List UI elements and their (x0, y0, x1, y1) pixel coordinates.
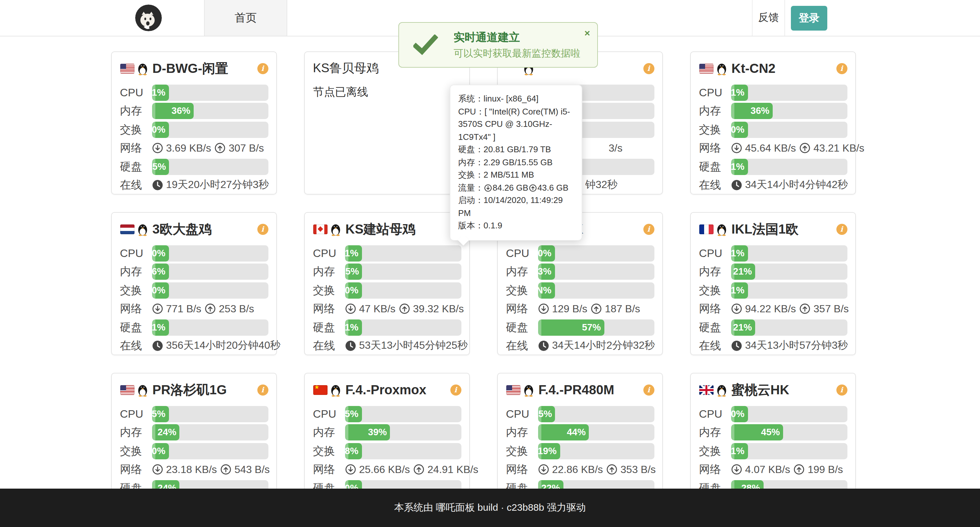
swap-bar-fill: 0% (345, 283, 362, 299)
arrow-circle-down-icon (152, 142, 163, 153)
cpu-value: 5% (152, 406, 165, 422)
info-icon[interactable]: i (257, 63, 268, 74)
memory-value: 36% (172, 103, 191, 120)
network-label: 网络 (313, 462, 345, 477)
tab-home[interactable]: 首页 (204, 0, 287, 36)
arrow-circle-up-icon (606, 464, 617, 475)
info-icon[interactable]: i (643, 63, 654, 74)
server-name: Kt-CN2 (732, 61, 776, 76)
disk-value: 11% (731, 158, 745, 175)
cpu-bar: 15% (538, 406, 654, 422)
swap-bar: 0% (152, 283, 268, 299)
memory-bar: 44% (538, 425, 654, 441)
memory-bar: 45% (731, 425, 847, 441)
cpu-value: 0% (731, 406, 745, 422)
swap-row: 交换 N% (506, 283, 654, 299)
memory-row: 内存 6% (120, 264, 268, 280)
network-row: 网络 25.66 KB/s24.91 KB/s (313, 461, 461, 477)
info-icon[interactable]: i (836, 224, 847, 235)
uptime-value: 356天14小时20分钟40秒 (166, 339, 280, 353)
disk-row: 硬盘 1% (313, 319, 461, 335)
swap-row: 交换 8% (313, 443, 461, 459)
info-icon[interactable]: i (643, 384, 654, 395)
memory-bar: 36% (152, 103, 268, 120)
memory-bar: 21% (731, 264, 847, 280)
memory-value: 15% (345, 264, 359, 280)
memory-bar: 36% (731, 103, 847, 120)
memory-bar: 3% (538, 264, 654, 280)
uptime-label: 在线 (506, 338, 538, 353)
swap-bar: 0% (345, 283, 461, 299)
info-icon[interactable]: i (643, 224, 654, 235)
memory-label: 内存 (506, 265, 538, 279)
cpu-row: CPU 0% (120, 245, 268, 262)
server-name: F.4.-Proxmox (345, 382, 426, 397)
memory-row: 内存 45% (699, 425, 847, 441)
disk-row: 硬盘 15% (120, 158, 268, 175)
network-value-fragment: 3/s (609, 142, 622, 154)
server-card: 3欧大盘鸡 i CPU 0% 内存 6% 交换 0% 网络 77 (111, 212, 277, 355)
disk-bar: 11% (731, 158, 847, 175)
memory-label: 内存 (699, 265, 731, 279)
swap-row: 交换 1% (699, 443, 847, 459)
swap-label: 交换 (699, 122, 731, 137)
country-flag-icon (120, 385, 134, 394)
login-button[interactable]: 登录 (791, 6, 827, 30)
tooltip-line: 启动：10/14/2020, 11:49:29 PM (458, 194, 574, 219)
swap-label: 交换 (120, 283, 152, 298)
linux-tux-icon (137, 61, 148, 75)
toast-close-icon[interactable]: × (584, 28, 590, 38)
memory-row: 内存 15% (313, 264, 461, 280)
network-label: 网络 (506, 301, 538, 316)
cpu-bar-fill: 1% (152, 85, 169, 101)
footer-bar: 本系统由 哪吒面板 build · c23b88b 强力驱动 (0, 489, 980, 527)
linux-tux-icon (716, 383, 727, 396)
swap-bar-fill: 0% (731, 122, 748, 138)
swap-row: 交换 19% (506, 443, 654, 459)
info-icon[interactable]: i (836, 384, 847, 395)
swap-label: 交换 (313, 283, 345, 298)
network-down-value: 23.18 KB/s (166, 463, 217, 475)
memory-row: 内存 44% (506, 425, 654, 441)
arrow-circle-up-icon (413, 464, 424, 475)
tooltip-line: 系统：linux- [x86_64] (458, 93, 574, 105)
cpu-label: CPU (699, 407, 731, 421)
swap-row: 交换 0% (120, 443, 268, 459)
tooltip-line: 交换：2 MB/511 MB (458, 169, 574, 181)
cpu-row: CPU 0% (506, 245, 654, 262)
tooltip-traffic-line: 流量：84.26 GB43.6 GB (458, 181, 574, 194)
cpu-row: CPU 5% (120, 406, 268, 422)
disk-bar: 15% (152, 158, 268, 175)
network-up-value: 199 B/s (808, 463, 843, 475)
cpu-label: CPU (313, 247, 345, 260)
network-down-value: 3.69 KB/s (166, 142, 211, 154)
info-icon[interactable]: i (450, 384, 461, 395)
info-icon[interactable]: i (257, 224, 268, 235)
card-header: Kt-CN2 i (699, 60, 847, 77)
feedback-link[interactable]: 反馈 (752, 0, 785, 36)
toast-text: 实时通道建立 可以实时获取最新监控数据啦 (453, 30, 580, 59)
info-icon[interactable]: i (836, 63, 847, 74)
info-icon[interactable]: i (257, 384, 268, 395)
disk-bar-fill: 21% (731, 319, 755, 335)
network-up-value: 543 B/s (235, 463, 270, 475)
network-row: 网络 47 KB/s39.32 KB/s (313, 300, 461, 317)
cpu-value: 1% (731, 85, 745, 101)
country-flag-icon (506, 385, 520, 394)
site-logo-avatar[interactable] (135, 5, 162, 31)
memory-bar-fill: 44% (538, 425, 589, 441)
swap-bar: 0% (152, 122, 268, 138)
swap-value: 0% (152, 122, 165, 138)
swap-bar-fill: 8% (345, 443, 362, 459)
memory-label: 内存 (699, 425, 731, 440)
cpu-label: CPU (120, 247, 152, 260)
server-name: PR洛杉矶1G (153, 381, 227, 399)
memory-label: 内存 (313, 425, 345, 440)
cpu-bar: 0% (538, 245, 654, 262)
server-card: Kt-CN2 i CPU 1% 内存 36% 交换 0% 网络 (690, 51, 856, 195)
memory-bar-fill: 21% (731, 264, 755, 280)
clock-icon (152, 340, 163, 351)
network-label: 网络 (699, 141, 731, 155)
disk-bar: 1% (152, 319, 268, 335)
network-down-value: 4.07 KB/s (745, 463, 790, 475)
